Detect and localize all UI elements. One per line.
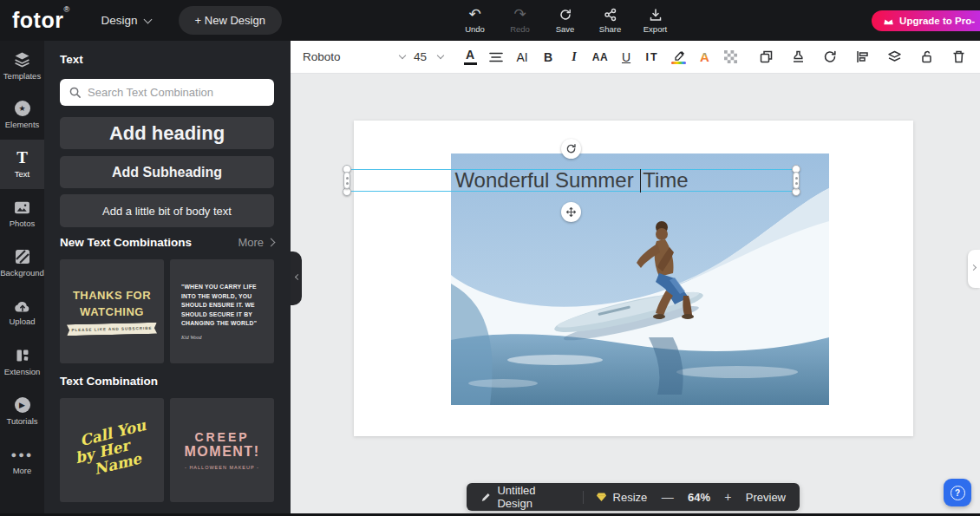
- add-subheading-button[interactable]: Add Subheading: [60, 156, 274, 188]
- resize-button[interactable]: Resize: [596, 491, 648, 504]
- underline-button[interactable]: U: [617, 46, 636, 69]
- highlight-color-button[interactable]: [669, 46, 688, 69]
- sidebar-item-upload[interactable]: Upload: [0, 288, 44, 337]
- canvas-area: Roboto 45 A AI B I AA U IT A: [291, 41, 980, 516]
- upgrade-to-pro-button[interactable]: Upgrade to Pro-: [872, 10, 980, 31]
- delete-button[interactable]: [949, 46, 968, 69]
- layers-button[interactable]: [885, 46, 904, 69]
- color-swatch-bar: [464, 62, 477, 65]
- text-effects-button[interactable]: A: [695, 46, 714, 69]
- chevron-down-icon: [437, 52, 444, 59]
- sidebar-item-extension[interactable]: Extension: [0, 337, 44, 387]
- chevron-right-icon: [970, 265, 976, 271]
- undo-button[interactable]: ↶ Undo: [454, 7, 495, 34]
- svg-text:A: A: [700, 49, 709, 64]
- thumb-thanks-for-watching[interactable]: THANKS FOR WATCHING PLEASE LIKE AND SUBS…: [60, 259, 164, 363]
- more-link[interactable]: More: [238, 236, 274, 249]
- align-lines-icon: [489, 52, 503, 62]
- elements-star-icon: ★: [15, 101, 30, 116]
- preview-button[interactable]: Preview: [746, 491, 786, 504]
- search-input[interactable]: [88, 86, 265, 99]
- add-body-text-button[interactable]: Add a little bit of body text: [60, 194, 274, 227]
- transparency-button[interactable]: [721, 46, 740, 69]
- right-expand-tab[interactable]: [968, 250, 980, 288]
- upload-cloud-icon: [14, 299, 31, 313]
- save-sync-icon: [559, 7, 572, 23]
- align-arrange-button[interactable]: [853, 46, 872, 69]
- thumb-quote[interactable]: "WHEN YOU CARRY LIFE INTO THE WORLD, YOU…: [170, 259, 274, 363]
- thumb-call-you-by-her-name[interactable]: Call You by Her Name: [60, 398, 164, 502]
- save-button[interactable]: Save: [545, 7, 585, 34]
- help-button[interactable]: ?: [944, 479, 971, 506]
- unlock-icon: [919, 49, 934, 64]
- text-caret: [640, 169, 642, 193]
- export-download-icon: [649, 7, 663, 23]
- highlighter-pen-icon: [672, 49, 685, 61]
- design-menu[interactable]: Design: [101, 14, 151, 27]
- selection-handle-right[interactable]: [793, 172, 800, 189]
- text-combination-header: Text Combination: [60, 375, 274, 388]
- rotate-icon: [823, 49, 838, 64]
- new-text-combinations-header: New Text Combinations More: [60, 236, 274, 249]
- photos-image-icon: [14, 200, 30, 215]
- trash-icon: [951, 49, 966, 64]
- divider: [583, 491, 584, 504]
- add-heading-button[interactable]: Add heading: [60, 117, 274, 149]
- top-actions: ↶ Undo ↷ Redo Save Share Export: [454, 0, 676, 41]
- rotate-handle-icon: [565, 143, 577, 154]
- canvas-text[interactable]: Wonderful SummerTime: [454, 168, 688, 193]
- more-dots-icon: ●●●: [11, 447, 34, 462]
- sidebar-item-background[interactable]: Background: [0, 238, 44, 288]
- move-handle[interactable]: [561, 202, 581, 222]
- crown-icon: [883, 16, 894, 26]
- sidebar-item-elements[interactable]: ★ Elements: [0, 90, 44, 140]
- letter-spacing-button[interactable]: IT: [643, 46, 662, 69]
- font-size-select[interactable]: 45: [414, 50, 443, 63]
- duplicate-button[interactable]: [756, 46, 775, 69]
- design-menu-label: Design: [101, 14, 138, 27]
- combo-thumb-row-1: THANKS FOR WATCHING PLEASE LIKE AND SUBS…: [60, 259, 274, 363]
- left-sidebar: Templates ★ Elements T Text Photos Backg…: [0, 41, 44, 516]
- export-button[interactable]: Export: [635, 7, 676, 34]
- zoom-in-button[interactable]: +: [724, 490, 731, 504]
- ai-text-button[interactable]: AI: [513, 46, 532, 69]
- zoom-level[interactable]: 64%: [688, 491, 710, 504]
- sidebar-item-text[interactable]: T Text: [0, 140, 44, 189]
- rotate-handle[interactable]: [561, 139, 581, 159]
- script-text: Call You by Her Name: [69, 418, 155, 482]
- panel-collapse-tab[interactable]: [291, 251, 302, 305]
- selection-handle-left[interactable]: [343, 172, 350, 189]
- letter-case-button[interactable]: AA: [591, 46, 610, 69]
- text-selection-box[interactable]: Wonderful SummerTime: [347, 169, 796, 192]
- move-handle-icon: [565, 206, 577, 218]
- text-color-button[interactable]: A: [461, 46, 480, 69]
- text-align-button[interactable]: [487, 46, 506, 69]
- search-box[interactable]: [60, 79, 274, 106]
- layers-icon: [887, 49, 902, 64]
- zoom-out-button[interactable]: —: [662, 490, 674, 504]
- undo-icon: ↶: [468, 7, 480, 23]
- fotor-logo[interactable]: fotor®: [12, 8, 70, 33]
- sidebar-item-tutorials[interactable]: ▶ Tutorials: [0, 387, 44, 436]
- redo-button[interactable]: ↷ Redo: [500, 7, 540, 34]
- rainbow-a-icon: A: [697, 49, 712, 64]
- rotate-button[interactable]: [820, 46, 840, 69]
- document-title[interactable]: Untitled Design: [480, 484, 571, 510]
- sidebar-item-templates[interactable]: Templates: [0, 41, 44, 90]
- clone-stamp-button[interactable]: [788, 46, 807, 69]
- bold-button[interactable]: B: [539, 46, 558, 69]
- transparency-checker-icon: [724, 50, 737, 63]
- redo-icon: ↷: [513, 7, 526, 23]
- lock-button[interactable]: [917, 46, 936, 69]
- thumb-creep-moment[interactable]: CREEP MOMENT! - HALLOWEEN MAKEUP -: [170, 398, 274, 502]
- new-design-button[interactable]: + New Design: [179, 6, 282, 35]
- pencil-icon: [480, 492, 491, 503]
- rainbow-bar: [671, 62, 686, 64]
- sidebar-item-photos[interactable]: Photos: [0, 189, 44, 238]
- align-bars-icon: [855, 49, 870, 64]
- font-family-select[interactable]: Roboto: [303, 50, 405, 63]
- share-button[interactable]: Share: [590, 7, 630, 34]
- italic-button[interactable]: I: [565, 46, 584, 69]
- sidebar-item-more[interactable]: ●●● More: [0, 436, 44, 486]
- object-tools: [756, 46, 968, 69]
